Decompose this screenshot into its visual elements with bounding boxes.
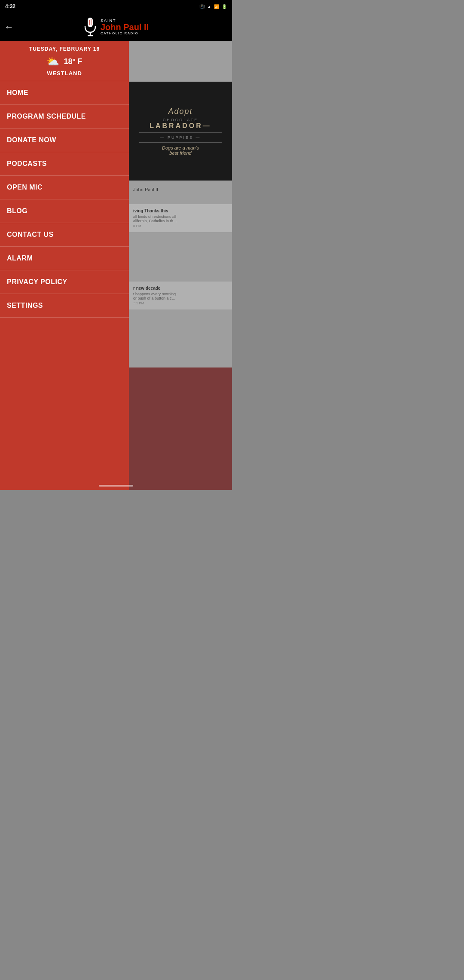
ad-divider2 [139, 142, 222, 143]
story1-time: 8 PM [133, 224, 228, 228]
sidebar-item-contact-us[interactable]: CONTACT US [0, 223, 129, 247]
status-time: 4:32 [5, 3, 15, 9]
logo: SAINT John Paul II CATHOLIC RADIO [83, 17, 149, 37]
ad-puppies: — PUPPIES — [160, 135, 201, 140]
story2-title: r new decade [133, 286, 228, 291]
weather-date: TUESDAY, FEBRUARY 16 [7, 46, 122, 52]
ad-divider [139, 132, 222, 133]
bottom-nav-indicator [99, 485, 133, 487]
bg-story3: r Life [129, 368, 232, 490]
signal-icon: 📶 [214, 4, 219, 9]
sidebar: TUESDAY, FEBRUARY 16 ⛅ 18° F WESTLAND HO… [0, 41, 129, 490]
status-bar: 4:32 📳 ▲ 📶 🔋 [0, 0, 232, 13]
story2-snippet: t happens every morning.or push of a but… [133, 292, 228, 300]
logo-mic-icon [83, 17, 97, 37]
sidebar-item-open-mic[interactable]: OPEN MIC [0, 176, 129, 199]
bg-story1: iving Thanks this all kinds of restricti… [129, 204, 232, 232]
sidebar-item-donate-now[interactable]: DONATE NOW [0, 129, 129, 152]
weather-block: TUESDAY, FEBRUARY 16 ⛅ 18° F WESTLAND [0, 41, 129, 81]
ad-chocolate: CHOCOLATE [163, 118, 198, 122]
sidebar-item-home[interactable]: HOME [0, 81, 129, 105]
vibrate-icon: 📳 [199, 4, 205, 9]
sidebar-item-program-schedule[interactable]: PROGRAM SCHEDULE [0, 105, 129, 129]
sidebar-item-privacy-policy[interactable]: PRIVACY POLICY [0, 270, 129, 294]
weather-location: WESTLAND [7, 70, 122, 77]
sidebar-item-alarm[interactable]: ALARM [0, 247, 129, 270]
ad-slogan: Dogs are a man's best friend [162, 145, 199, 156]
weather-temp: 18° F [64, 57, 82, 66]
battery-icon: 🔋 [222, 4, 227, 9]
bg-jp2-label: John Paul II [129, 183, 232, 196]
svg-rect-0 [88, 18, 93, 27]
back-button[interactable]: ← [4, 21, 14, 33]
ad-block: Adopt CHOCOLATE LABRADOR— — PUPPIES — Do… [129, 82, 232, 181]
logo-subtitle: CATHOLIC RADIO [101, 31, 138, 35]
weather-row: ⛅ 18° F [7, 55, 122, 67]
sidebar-item-settings[interactable]: SETTINGS [0, 294, 129, 318]
story2-time: :11 PM [133, 301, 228, 305]
wifi-icon: ▲ [207, 4, 211, 9]
ad-labrador: LABRADOR— [150, 122, 211, 130]
logo-text: SAINT John Paul II CATHOLIC RADIO [101, 18, 149, 35]
story1-snippet: all kinds of restrictions allalifornia, … [133, 214, 228, 223]
weather-icon: ⛅ [46, 55, 59, 67]
ad-adopt: Adopt [168, 107, 192, 116]
sidebar-item-blog[interactable]: BLOG [0, 199, 129, 223]
bg-story2: r new decade t happens every morning.or … [129, 282, 232, 309]
logo-name: John Paul II [101, 23, 149, 31]
top-header: ← SAINT John Paul II CATHOLIC RADIO [0, 13, 232, 41]
sidebar-item-podcasts[interactable]: PODCASTS [0, 152, 129, 176]
status-icons: 📳 ▲ 📶 🔋 [199, 4, 227, 9]
story1-title: iving Thanks this [133, 208, 228, 213]
